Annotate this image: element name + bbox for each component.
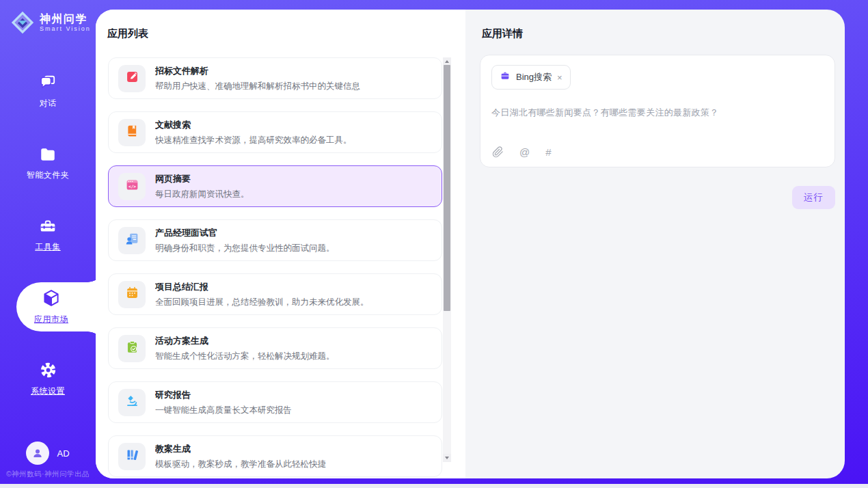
app-card-name: 研究报告 bbox=[155, 389, 292, 401]
app-detail-title: 应用详情 bbox=[482, 27, 523, 40]
tool-chip-label: Bing搜索 bbox=[516, 71, 552, 83]
brand-logo: 神州问学 Smart Vision bbox=[10, 10, 91, 35]
sidebar-item-label: 对话 bbox=[40, 98, 57, 109]
app-card-name: 项目总结汇报 bbox=[155, 281, 369, 293]
sidebar-item-label: 工具集 bbox=[35, 241, 61, 253]
cube-icon bbox=[42, 288, 61, 308]
tool-chip-bing-search[interactable]: Bing搜索 × bbox=[491, 65, 571, 90]
briefcase-icon bbox=[500, 70, 511, 84]
microscope-icon bbox=[125, 394, 139, 411]
toolbox-icon bbox=[39, 217, 57, 235]
app-card-name: 网页摘要 bbox=[155, 173, 249, 185]
query-text: 今日湖北有哪些新闻要点？有哪些需要关注的最新政策？ bbox=[491, 107, 824, 119]
app-card-description: 帮助用户快速、准确地理解和解析招标书中的关键信息 bbox=[155, 81, 360, 92]
scrollbar[interactable] bbox=[443, 57, 451, 462]
app-card-description: 智能生成个性化活动方案，轻松解决规划难题。 bbox=[155, 351, 335, 362]
paperclip-icon[interactable] bbox=[492, 146, 504, 158]
hash-icon[interactable]: # bbox=[545, 146, 551, 158]
scrollbar-thumb[interactable] bbox=[444, 65, 450, 311]
app-card-name: 产品经理面试官 bbox=[155, 227, 335, 239]
app-card-6[interactable]: 研究报告一键智能生成高质量长文本研究报告 bbox=[108, 381, 442, 423]
app-card-7[interactable]: 教案生成模板驱动，教案秒成，教学准备从此轻松快捷 bbox=[108, 435, 442, 477]
arrow-up-icon bbox=[445, 60, 449, 63]
main-content: 应用列表 招标文件解析帮助用户快速、准确地理解和解析招标书中的关键信息文献搜索快… bbox=[96, 10, 845, 478]
app-icon-tile bbox=[118, 389, 146, 416]
app-icon-tile bbox=[118, 65, 146, 92]
app-list-title: 应用列表 bbox=[107, 27, 148, 40]
sidebar-item-1[interactable]: 智能文件夹 bbox=[0, 139, 96, 188]
app-card-texts: 活动方案生成智能生成个性化活动方案，轻松解决规划难题。 bbox=[155, 335, 335, 362]
app-icon-tile bbox=[118, 281, 146, 308]
arrow-down-icon bbox=[445, 457, 449, 459]
app-detail-panel: 应用详情 Bing搜索 × 今日湖北有哪些新闻要点？有哪些需要关注的最新政策？ … bbox=[465, 10, 845, 478]
brand-name: 神州问学 bbox=[40, 13, 91, 25]
app-card-description: 每日政府新闻资讯快查。 bbox=[155, 189, 249, 200]
app-icon-tile bbox=[118, 443, 146, 470]
app-card-name: 文献搜索 bbox=[155, 119, 352, 131]
prompt-card[interactable]: Bing搜索 × 今日湖北有哪些新闻要点？有哪些需要关注的最新政策？ @# bbox=[480, 55, 835, 167]
app-icon-tile: </> bbox=[118, 173, 146, 200]
app-card-description: 全面回顾项目进展，总结经验教训，助力未来优化发展。 bbox=[155, 297, 369, 308]
app-card-texts: 网页摘要每日政府新闻资讯快查。 bbox=[155, 173, 249, 200]
brand-tagline: Smart Vision bbox=[40, 25, 91, 32]
app-card-0[interactable]: 招标文件解析帮助用户快速、准确地理解和解析招标书中的关键信息 bbox=[108, 57, 442, 99]
scroll-down-button[interactable] bbox=[443, 454, 451, 462]
resume-icon bbox=[125, 232, 139, 249]
app-icon-tile bbox=[118, 119, 146, 146]
at-icon[interactable]: @ bbox=[519, 146, 530, 158]
sidebar-item-label: 应用市场 bbox=[34, 314, 68, 325]
person-icon bbox=[31, 447, 44, 459]
brand-text: 神州问学 Smart Vision bbox=[40, 13, 91, 32]
app-card-5[interactable]: 活动方案生成智能生成个性化活动方案，轻松解决规划难题。 bbox=[108, 327, 442, 369]
sidebar-item-4[interactable]: 系统设置 bbox=[0, 354, 96, 403]
sidebar-item-0[interactable]: 对话 bbox=[0, 67, 96, 116]
app-card-name: 教案生成 bbox=[155, 443, 326, 455]
app-card-description: 快速精准查找学术资源，提高研究效率的必备工具。 bbox=[155, 135, 352, 146]
app-card-description: 模板驱动，教案秒成，教学准备从此轻松快捷 bbox=[155, 459, 326, 470]
app-card-texts: 教案生成模板驱动，教案秒成，教学准备从此轻松快捷 bbox=[155, 443, 326, 470]
folder-icon bbox=[39, 146, 57, 163]
diamond-logo-icon bbox=[10, 10, 35, 35]
chip-close-icon[interactable]: × bbox=[557, 73, 562, 82]
app-card-texts: 文献搜索快速精准查找学术资源，提高研究效率的必备工具。 bbox=[155, 119, 352, 146]
gear-icon bbox=[39, 361, 57, 379]
sidebar-nav: 对话智能文件夹工具集应用市场系统设置 bbox=[0, 67, 96, 426]
user-row: AD bbox=[0, 442, 96, 465]
app-card-description: 明确身份和职责，为您提供专业性的面试问题。 bbox=[155, 243, 335, 254]
sidebar-item-label: 智能文件夹 bbox=[27, 170, 70, 181]
app-icon-tile bbox=[118, 227, 146, 254]
browser-code-icon: </> bbox=[125, 178, 139, 195]
app-cards: 招标文件解析帮助用户快速、准确地理解和解析招标书中的关键信息文献搜索快速精准查找… bbox=[108, 57, 442, 478]
chat-icon bbox=[39, 74, 57, 92]
sidebar-item-label: 系统设置 bbox=[31, 385, 65, 397]
app-card-texts: 招标文件解析帮助用户快速、准确地理解和解析招标书中的关键信息 bbox=[155, 65, 360, 92]
app-frame: 神州问学 Smart Vision 对话智能文件夹工具集应用市场系统设置 AD … bbox=[0, 0, 868, 484]
app-list-panel: 应用列表 招标文件解析帮助用户快速、准确地理解和解析招标书中的关键信息文献搜索快… bbox=[96, 10, 465, 478]
document-edit-icon bbox=[125, 70, 139, 87]
app-card-texts: 产品经理面试官明确身份和职责，为您提供专业性的面试问题。 bbox=[155, 227, 335, 254]
app-card-1[interactable]: 文献搜索快速精准查找学术资源，提高研究效率的必备工具。 bbox=[108, 111, 442, 153]
app-icon-tile bbox=[118, 335, 146, 362]
calendar-icon bbox=[125, 286, 139, 303]
sidebar-item-2[interactable]: 工具集 bbox=[0, 211, 96, 260]
app-card-4[interactable]: 项目总结汇报全面回顾项目进展，总结经验教训，助力未来优化发展。 bbox=[108, 273, 442, 315]
run-button[interactable]: 运行 bbox=[792, 186, 835, 209]
sidebar: 神州问学 Smart Vision 对话智能文件夹工具集应用市场系统设置 AD … bbox=[0, 0, 96, 484]
app-card-3[interactable]: 产品经理面试官明确身份和职责，为您提供专业性的面试问题。 bbox=[108, 219, 442, 261]
user-label: AD bbox=[57, 448, 69, 459]
app-card-texts: 项目总结汇报全面回顾项目进展，总结经验教训，助力未来优化发展。 bbox=[155, 281, 369, 308]
books-icon bbox=[125, 448, 139, 465]
app-card-name: 活动方案生成 bbox=[155, 335, 335, 347]
app-card-2[interactable]: </>网页摘要每日政府新闻资讯快查。 bbox=[108, 165, 442, 207]
clipboard-check-icon bbox=[125, 340, 139, 357]
sidebar-item-3[interactable]: 应用市场 bbox=[16, 282, 96, 331]
sidebar-footer: ©神州数码·神州问学出品 bbox=[0, 470, 96, 479]
book-icon bbox=[125, 124, 139, 141]
composer-toolbar: @# bbox=[492, 146, 552, 158]
avatar[interactable] bbox=[26, 442, 49, 465]
app-card-texts: 研究报告一键智能生成高质量长文本研究报告 bbox=[155, 389, 292, 416]
app-card-name: 招标文件解析 bbox=[155, 65, 360, 77]
app-card-description: 一键智能生成高质量长文本研究报告 bbox=[155, 405, 292, 416]
svg-text:</>: </> bbox=[128, 184, 135, 189]
